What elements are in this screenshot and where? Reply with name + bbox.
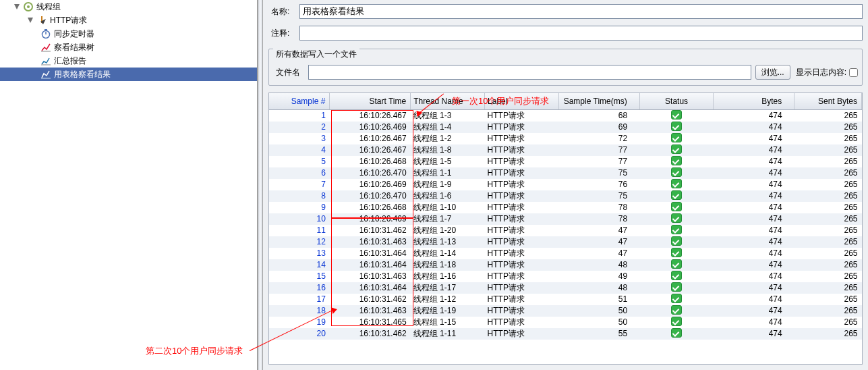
status-ok-icon	[671, 122, 682, 131]
cell-sample: 7	[269, 179, 330, 190]
table-row[interactable]: 1416:10:31.464线程组 1-18HTTP请求48474265	[269, 259, 862, 271]
status-ok-icon	[671, 248, 682, 257]
table-row[interactable]: 1816:10:31.463线程组 1-19HTTP请求50474265	[269, 305, 862, 317]
svg-rect-8	[45, 29, 47, 30]
tree-panel: 线程组 HTTP请求 同步定时器	[0, 0, 258, 370]
form-area: 名称: 注释:	[263, 0, 868, 47]
table-row[interactable]: 816:10:26.470线程组 1-6HTTP请求75474265	[269, 190, 862, 202]
cell-label: HTTP请求	[485, 167, 559, 179]
cell-start-time: 16:10:26.469	[330, 122, 411, 133]
results-table: Sample # Start Time Thread Name Label Sa…	[269, 93, 862, 340]
table-row[interactable]: 516:10:26.468线程组 1-5HTTP请求77474265	[269, 156, 862, 167]
col-bytes[interactable]: Bytes	[714, 93, 794, 109]
cell-label: HTTP请求	[485, 109, 559, 122]
cell-status	[639, 328, 714, 340]
cell-thread-name: 线程组 1-4	[411, 122, 485, 133]
name-input[interactable]	[299, 4, 863, 19]
cell-sample: 13	[269, 248, 330, 259]
table-row[interactable]: 316:10:26.467线程组 1-2HTTP请求72474265	[269, 133, 862, 144]
table-row[interactable]: 616:10:26.470线程组 1-1HTTP请求75474265	[269, 167, 862, 179]
table-row[interactable]: 216:10:26.469线程组 1-4HTTP请求69474265	[269, 122, 862, 133]
cell-bytes: 474	[714, 305, 794, 317]
tree-toggle-icon[interactable]	[13, 3, 20, 10]
table-row[interactable]: 2016:10:31.462线程组 1-11HTTP请求55474265	[269, 328, 862, 340]
table-row[interactable]: 1116:10:31.462线程组 1-20HTTP请求47474265	[269, 225, 862, 236]
cell-status	[639, 122, 714, 133]
cell-sample-time: 51	[558, 294, 639, 305]
cell-bytes: 474	[714, 213, 794, 225]
splitter[interactable]	[258, 0, 263, 370]
col-sample-time[interactable]: Sample Time(ms)	[558, 93, 639, 109]
cell-status	[639, 144, 714, 156]
tree-label: 用表格察看结果	[54, 69, 111, 80]
status-ok-icon	[671, 156, 682, 165]
cell-sample-time: 68	[558, 109, 639, 122]
svg-point-2	[27, 5, 30, 8]
tree-node-view-results-tree[interactable]: 察看结果树	[0, 41, 257, 54]
cell-label: HTTP请求	[485, 122, 559, 133]
table-row[interactable]: 1616:10:31.464线程组 1-17HTTP请求48474265	[269, 282, 862, 294]
cell-label: HTTP请求	[485, 190, 559, 202]
col-thread-name[interactable]: Thread Name	[411, 93, 485, 109]
table-row[interactable]: 1316:10:31.464线程组 1-14HTTP请求47474265	[269, 248, 862, 259]
table-row[interactable]: 416:10:26.467线程组 1-8HTTP请求77474265	[269, 144, 862, 156]
cell-thread-name: 线程组 1-18	[411, 259, 485, 271]
col-sent-bytes[interactable]: Sent Bytes	[794, 93, 862, 109]
cell-start-time: 16:10:26.467	[330, 133, 411, 144]
cell-sample: 17	[269, 294, 330, 305]
status-ok-icon	[671, 179, 682, 188]
table-row[interactable]: 1916:10:31.465线程组 1-15HTTP请求50474265	[269, 317, 862, 328]
show-log-checkbox[interactable]	[849, 68, 858, 77]
cell-thread-name: 线程组 1-10	[411, 202, 485, 213]
svg-marker-3	[28, 18, 33, 23]
cell-sample-time: 47	[558, 248, 639, 259]
cell-thread-name: 线程组 1-13	[411, 236, 485, 248]
tree-toggle-icon[interactable]	[27, 17, 34, 24]
cell-thread-name: 线程组 1-11	[411, 328, 485, 340]
comment-input[interactable]	[299, 26, 863, 41]
cell-status	[639, 133, 714, 144]
tree-node-view-results-table[interactable]: 用表格察看结果	[0, 68, 257, 81]
col-label[interactable]: Label	[485, 93, 559, 109]
cell-sample-time: 50	[558, 317, 639, 328]
cell-sent-bytes: 265	[794, 144, 862, 156]
cell-sample-time: 78	[558, 202, 639, 213]
col-sample[interactable]: Sample #	[269, 93, 330, 109]
cell-thread-name: 线程组 1-14	[411, 248, 485, 259]
file-input[interactable]	[308, 65, 751, 80]
cell-start-time: 16:10:26.467	[330, 144, 411, 156]
browse-button[interactable]: 浏览...	[755, 65, 790, 80]
file-label: 文件名	[273, 67, 308, 78]
cell-thread-name: 线程组 1-8	[411, 144, 485, 156]
cell-start-time: 16:10:26.467	[330, 109, 411, 122]
col-start-time[interactable]: Start Time	[330, 93, 411, 109]
tree-node-thread-group[interactable]: 线程组	[0, 0, 257, 14]
cell-thread-name: 线程组 1-2	[411, 133, 485, 144]
table-row[interactable]: 716:10:26.469线程组 1-9HTTP请求76474265	[269, 179, 862, 190]
cell-start-time: 16:10:26.470	[330, 167, 411, 179]
cell-bytes: 474	[714, 156, 794, 167]
tree-node-http-request[interactable]: HTTP请求	[0, 14, 257, 27]
status-ok-icon	[671, 328, 682, 338]
cell-sent-bytes: 265	[794, 328, 862, 340]
table-row[interactable]: 1716:10:31.462线程组 1-12HTTP请求51474265	[269, 294, 862, 305]
cell-thread-name: 线程组 1-3	[411, 109, 485, 122]
table-row[interactable]: 1016:10:26.469线程组 1-7HTTP请求78474265	[269, 213, 862, 225]
tree-node-summary-report[interactable]: 汇总报告	[0, 54, 257, 68]
cell-start-time: 16:10:26.469	[330, 213, 411, 225]
table-row[interactable]: 916:10:26.468线程组 1-10HTTP请求78474265	[269, 202, 862, 213]
cell-bytes: 474	[714, 259, 794, 271]
table-row[interactable]: 1216:10:31.463线程组 1-13HTTP请求47474265	[269, 236, 862, 248]
cell-bytes: 474	[714, 179, 794, 190]
cell-status	[639, 317, 714, 328]
table-row[interactable]: 1516:10:31.463线程组 1-16HTTP请求49474265	[269, 271, 862, 282]
cell-sent-bytes: 265	[794, 156, 862, 167]
col-status[interactable]: Status	[639, 93, 714, 109]
cell-sent-bytes: 265	[794, 271, 862, 282]
cell-thread-name: 线程组 1-6	[411, 190, 485, 202]
table-row[interactable]: 116:10:26.467线程组 1-3HTTP请求68474265	[269, 109, 862, 122]
tree-node-sync-timer[interactable]: 同步定时器	[0, 27, 257, 41]
results-table-wrap: Sample # Start Time Thread Name Label Sa…	[268, 92, 863, 365]
cell-status	[639, 190, 714, 202]
cell-thread-name: 线程组 1-1	[411, 167, 485, 179]
